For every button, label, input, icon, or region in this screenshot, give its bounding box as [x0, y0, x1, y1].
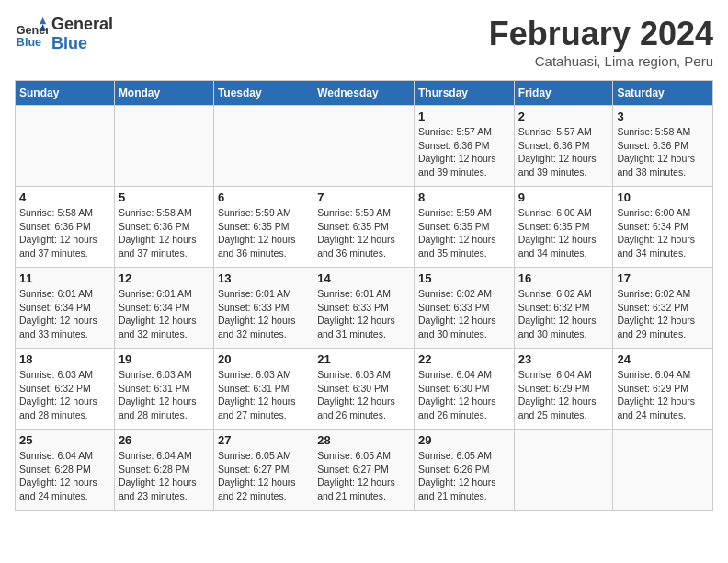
- svg-text:Blue: Blue: [17, 36, 41, 49]
- day-number: 20: [218, 352, 309, 366]
- day-info: Sunrise: 6:03 AMSunset: 6:31 PMDaylight:…: [218, 368, 309, 422]
- calendar-cell: 3Sunrise: 5:58 AMSunset: 6:36 PMDaylight…: [613, 106, 713, 187]
- day-number: 28: [317, 433, 410, 447]
- calendar-week-row: 1Sunrise: 5:57 AMSunset: 6:36 PMDaylight…: [16, 106, 713, 187]
- calendar-cell: 12Sunrise: 6:01 AMSunset: 6:34 PMDayligh…: [114, 268, 213, 349]
- day-info: Sunrise: 6:05 AMSunset: 6:27 PMDaylight:…: [317, 449, 410, 503]
- day-info: Sunrise: 5:57 AMSunset: 6:36 PMDaylight:…: [418, 125, 510, 179]
- day-info: Sunrise: 6:02 AMSunset: 6:33 PMDaylight:…: [418, 287, 510, 341]
- location-subtitle: Catahuasi, Lima region, Peru: [489, 53, 713, 69]
- day-info: Sunrise: 6:01 AMSunset: 6:33 PMDaylight:…: [218, 287, 309, 341]
- calendar-cell: 5Sunrise: 5:58 AMSunset: 6:36 PMDaylight…: [114, 187, 213, 268]
- calendar-cell: 19Sunrise: 6:03 AMSunset: 6:31 PMDayligh…: [114, 349, 213, 430]
- calendar-header-row: SundayMondayTuesdayWednesdayThursdayFrid…: [16, 81, 713, 106]
- calendar-cell: 13Sunrise: 6:01 AMSunset: 6:33 PMDayligh…: [213, 268, 313, 349]
- day-header-tuesday: Tuesday: [213, 81, 313, 106]
- calendar-cell: 7Sunrise: 5:59 AMSunset: 6:35 PMDaylight…: [313, 187, 415, 268]
- calendar-cell: 26Sunrise: 6:04 AMSunset: 6:28 PMDayligh…: [114, 430, 213, 511]
- calendar-cell: 24Sunrise: 6:04 AMSunset: 6:29 PMDayligh…: [613, 349, 713, 430]
- day-info: Sunrise: 6:01 AMSunset: 6:33 PMDaylight:…: [317, 287, 410, 341]
- day-number: 19: [119, 352, 210, 366]
- day-number: 17: [617, 271, 709, 285]
- calendar-cell: 29Sunrise: 6:05 AMSunset: 6:26 PMDayligh…: [414, 430, 514, 511]
- day-info: Sunrise: 5:59 AMSunset: 6:35 PMDaylight:…: [317, 206, 410, 260]
- month-title: February 2024: [489, 15, 713, 53]
- calendar-cell: 11Sunrise: 6:01 AMSunset: 6:34 PMDayligh…: [16, 268, 115, 349]
- day-number: 16: [518, 271, 609, 285]
- logo-line2: Blue: [51, 34, 113, 53]
- calendar-cell: [514, 430, 613, 511]
- day-number: 2: [518, 109, 609, 123]
- day-number: 24: [617, 352, 709, 366]
- day-info: Sunrise: 6:02 AMSunset: 6:32 PMDaylight:…: [617, 287, 709, 341]
- day-number: 13: [218, 271, 309, 285]
- day-info: Sunrise: 6:01 AMSunset: 6:34 PMDaylight:…: [119, 287, 210, 341]
- day-number: 11: [19, 271, 110, 285]
- calendar-week-row: 4Sunrise: 5:58 AMSunset: 6:36 PMDaylight…: [16, 187, 713, 268]
- day-number: 3: [617, 109, 709, 123]
- day-number: 7: [317, 190, 410, 204]
- day-info: Sunrise: 6:01 AMSunset: 6:34 PMDaylight:…: [19, 287, 110, 341]
- svg-marker-2: [40, 17, 46, 24]
- logo: General Blue General Blue: [15, 15, 113, 53]
- calendar-cell: 18Sunrise: 6:03 AMSunset: 6:32 PMDayligh…: [16, 349, 115, 430]
- calendar-cell: 8Sunrise: 5:59 AMSunset: 6:35 PMDaylight…: [414, 187, 514, 268]
- day-header-wednesday: Wednesday: [313, 81, 415, 106]
- day-number: 29: [418, 433, 510, 447]
- calendar-cell: 23Sunrise: 6:04 AMSunset: 6:29 PMDayligh…: [514, 349, 613, 430]
- day-number: 8: [418, 190, 510, 204]
- day-header-monday: Monday: [114, 81, 213, 106]
- day-info: Sunrise: 6:02 AMSunset: 6:32 PMDaylight:…: [518, 287, 609, 341]
- day-number: 12: [119, 271, 210, 285]
- day-info: Sunrise: 6:03 AMSunset: 6:30 PMDaylight:…: [317, 368, 410, 422]
- calendar-cell: 21Sunrise: 6:03 AMSunset: 6:30 PMDayligh…: [313, 349, 415, 430]
- day-header-thursday: Thursday: [414, 81, 514, 106]
- day-info: Sunrise: 6:04 AMSunset: 6:28 PMDaylight:…: [119, 449, 210, 503]
- calendar-table: SundayMondayTuesdayWednesdayThursdayFrid…: [15, 80, 713, 511]
- day-number: 9: [518, 190, 609, 204]
- calendar-week-row: 18Sunrise: 6:03 AMSunset: 6:32 PMDayligh…: [16, 349, 713, 430]
- calendar-cell: 22Sunrise: 6:04 AMSunset: 6:30 PMDayligh…: [414, 349, 514, 430]
- calendar-cell: [213, 106, 313, 187]
- calendar-cell: [16, 106, 115, 187]
- day-number: 26: [119, 433, 210, 447]
- logo-icon: General Blue: [15, 17, 48, 51]
- day-number: 18: [19, 352, 110, 366]
- day-info: Sunrise: 6:03 AMSunset: 6:32 PMDaylight:…: [19, 368, 110, 422]
- day-number: 6: [218, 190, 309, 204]
- day-info: Sunrise: 6:04 AMSunset: 6:29 PMDaylight:…: [518, 368, 609, 422]
- calendar-cell: [613, 430, 713, 511]
- day-header-saturday: Saturday: [613, 81, 713, 106]
- calendar-cell: 17Sunrise: 6:02 AMSunset: 6:32 PMDayligh…: [613, 268, 713, 349]
- day-info: Sunrise: 6:05 AMSunset: 6:27 PMDaylight:…: [218, 449, 309, 503]
- calendar-week-row: 11Sunrise: 6:01 AMSunset: 6:34 PMDayligh…: [16, 268, 713, 349]
- calendar-cell: [114, 106, 213, 187]
- day-number: 21: [317, 352, 410, 366]
- day-info: Sunrise: 5:57 AMSunset: 6:36 PMDaylight:…: [518, 125, 609, 179]
- day-info: Sunrise: 6:00 AMSunset: 6:34 PMDaylight:…: [617, 206, 709, 260]
- day-number: 5: [119, 190, 210, 204]
- calendar-cell: 28Sunrise: 6:05 AMSunset: 6:27 PMDayligh…: [313, 430, 415, 511]
- calendar-cell: 16Sunrise: 6:02 AMSunset: 6:32 PMDayligh…: [514, 268, 613, 349]
- day-info: Sunrise: 5:59 AMSunset: 6:35 PMDaylight:…: [418, 206, 510, 260]
- day-number: 10: [617, 190, 709, 204]
- day-number: 23: [518, 352, 609, 366]
- day-info: Sunrise: 5:58 AMSunset: 6:36 PMDaylight:…: [119, 206, 210, 260]
- calendar-cell: 14Sunrise: 6:01 AMSunset: 6:33 PMDayligh…: [313, 268, 415, 349]
- day-info: Sunrise: 6:00 AMSunset: 6:35 PMDaylight:…: [518, 206, 609, 260]
- day-number: 22: [418, 352, 510, 366]
- day-info: Sunrise: 6:03 AMSunset: 6:31 PMDaylight:…: [119, 368, 210, 422]
- calendar-cell: 9Sunrise: 6:00 AMSunset: 6:35 PMDaylight…: [514, 187, 613, 268]
- day-number: 27: [218, 433, 309, 447]
- day-number: 4: [19, 190, 110, 204]
- title-block: February 2024 Catahuasi, Lima region, Pe…: [489, 15, 713, 69]
- calendar-cell: 2Sunrise: 5:57 AMSunset: 6:36 PMDaylight…: [514, 106, 613, 187]
- calendar-week-row: 25Sunrise: 6:04 AMSunset: 6:28 PMDayligh…: [16, 430, 713, 511]
- day-number: 25: [19, 433, 110, 447]
- day-info: Sunrise: 5:58 AMSunset: 6:36 PMDaylight:…: [19, 206, 110, 260]
- page-header: General Blue General Blue February 2024 …: [15, 15, 713, 69]
- day-header-sunday: Sunday: [16, 81, 115, 106]
- calendar-cell: 1Sunrise: 5:57 AMSunset: 6:36 PMDaylight…: [414, 106, 514, 187]
- day-info: Sunrise: 6:04 AMSunset: 6:29 PMDaylight:…: [617, 368, 709, 422]
- day-number: 15: [418, 271, 510, 285]
